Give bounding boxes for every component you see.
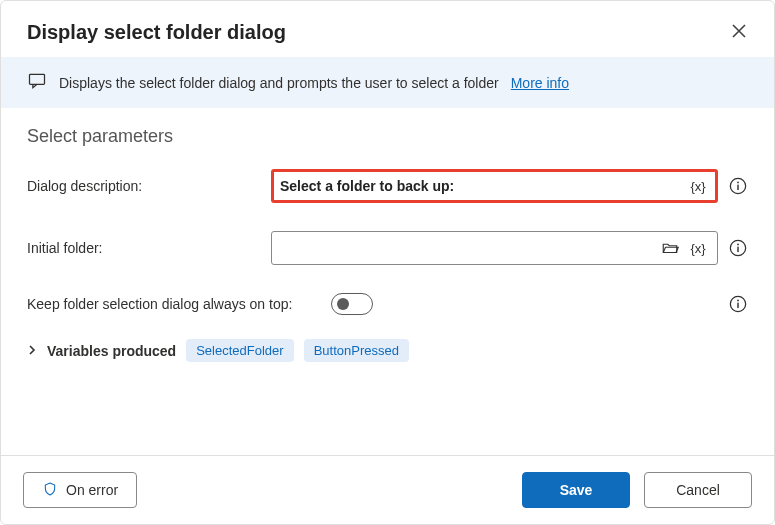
variable-picker-icon[interactable]: {x}	[687, 175, 709, 197]
shield-icon	[42, 481, 58, 500]
svg-rect-0	[30, 74, 45, 84]
svg-rect-9	[737, 303, 738, 308]
svg-rect-3	[737, 185, 738, 190]
row-always-on-top: Keep folder selection dialog always on t…	[27, 293, 748, 315]
dialog-window: Display select folder dialog Displays th…	[0, 0, 775, 525]
label-always-on-top: Keep folder selection dialog always on t…	[27, 295, 317, 313]
input-dialog-description[interactable]: Select a folder to back up: {x}	[271, 169, 718, 203]
on-error-button[interactable]: On error	[23, 472, 137, 508]
label-initial-folder: Initial folder:	[27, 239, 257, 257]
cancel-label: Cancel	[676, 482, 720, 498]
dialog-footer: On error Save Cancel	[1, 455, 774, 524]
variables-produced-row: Variables produced SelectedFolder Button…	[27, 339, 748, 362]
field-wrap-toggle	[331, 293, 748, 315]
on-error-label: On error	[66, 482, 118, 498]
label-dialog-description: Dialog description:	[27, 177, 257, 195]
dialog-title: Display select folder dialog	[27, 21, 286, 44]
info-icon[interactable]	[728, 238, 748, 258]
cancel-button[interactable]: Cancel	[644, 472, 752, 508]
chevron-right-icon[interactable]	[27, 344, 37, 358]
toggle-always-on-top[interactable]	[331, 293, 373, 315]
input-value: Select a folder to back up:	[280, 178, 681, 194]
svg-rect-6	[737, 247, 738, 252]
more-info-link[interactable]: More info	[511, 75, 569, 91]
close-icon	[732, 24, 746, 41]
comment-icon	[27, 71, 47, 94]
dialog-header: Display select folder dialog	[1, 1, 774, 57]
svg-point-5	[737, 244, 739, 246]
input-initial-folder[interactable]: {x}	[271, 231, 718, 265]
banner-text: Displays the select folder dialog and pr…	[59, 75, 499, 91]
svg-point-2	[737, 182, 739, 184]
info-icon[interactable]	[728, 176, 748, 196]
variables-produced-label: Variables produced	[47, 343, 176, 359]
info-icon[interactable]	[728, 294, 748, 314]
variable-pill[interactable]: SelectedFolder	[186, 339, 293, 362]
footer-actions: Save Cancel	[522, 472, 752, 508]
folder-browse-icon[interactable]	[659, 237, 681, 259]
field-wrap-initial-folder: {x}	[271, 231, 748, 265]
save-label: Save	[560, 482, 593, 498]
row-dialog-description: Dialog description: Select a folder to b…	[27, 169, 748, 203]
close-button[interactable]	[724, 17, 754, 47]
variable-picker-icon[interactable]: {x}	[687, 237, 709, 259]
dialog-body: Select parameters Dialog description: Se…	[1, 108, 774, 455]
variable-pill[interactable]: ButtonPressed	[304, 339, 409, 362]
svg-point-8	[737, 300, 739, 302]
info-banner: Displays the select folder dialog and pr…	[1, 57, 774, 108]
row-initial-folder: Initial folder: {x}	[27, 231, 748, 265]
field-wrap-description: Select a folder to back up: {x}	[271, 169, 748, 203]
section-title: Select parameters	[27, 126, 748, 147]
save-button[interactable]: Save	[522, 472, 630, 508]
